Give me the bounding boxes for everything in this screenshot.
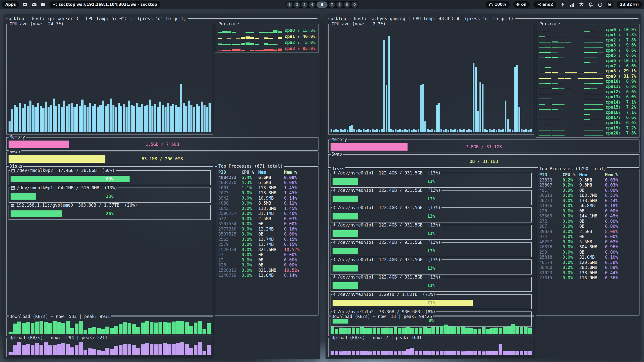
- core-name: cpu8: [606, 68, 618, 73]
- graph-bar: [381, 129, 383, 132]
- process-mem: 31.1MB: [258, 211, 284, 216]
- process-mem: 0B: [258, 257, 284, 263]
- bluetooth-indicator[interactable]: on: [513, 1, 530, 8]
- graph-bar: [9, 121, 11, 132]
- process-mem-percent: 0.15%: [284, 242, 316, 247]
- graph-bar: [368, 328, 372, 334]
- process-mem: 11.0MB: [258, 273, 284, 278]
- monitor-app-button[interactable]: [607, 1, 613, 8]
- graph-bar: [339, 328, 343, 334]
- workspace-0[interactable]: 0: [351, 2, 358, 8]
- core-usage-value: 8.9%: [621, 79, 636, 84]
- upload-title: Upload (KB/s) — now: 7 | peak: 1601: [331, 335, 423, 340]
- apps-button[interactable]: Apps: [2, 1, 19, 8]
- window-button[interactable]: [22, 2, 28, 8]
- graph-bar: [48, 323, 52, 334]
- workspace-7[interactable]: 7: [329, 2, 335, 8]
- process-mem: 821.6MB: [258, 247, 284, 252]
- stats-button[interactable]: [569, 2, 575, 8]
- network-indicator[interactable]: eno2: [533, 1, 556, 8]
- graph-bar: [356, 351, 359, 355]
- graph-bar: [170, 106, 172, 132]
- core-trend-arrow-icon: ↓: [618, 79, 621, 84]
- layers-icon: [579, 3, 584, 7]
- graph-bar: [335, 329, 339, 334]
- graph-bar: [203, 329, 207, 334]
- terminal-title-pill[interactable]: ~: socktop ws://192.168.1.104:3031/ws - …: [49, 1, 160, 8]
- process-pid: 40257: [539, 239, 562, 245]
- process-mem: 113.3MB: [258, 185, 284, 191]
- process-mem-percent: 0.00%: [605, 188, 637, 193]
- graph-bar: [427, 129, 429, 132]
- disk-entry: /dev/nvme0n1p1 122.4GB / 931.5GB (13%)13…: [331, 225, 532, 240]
- workspace-9[interactable]: 9: [344, 2, 350, 8]
- disk-usage-bar: 13%: [333, 230, 530, 237]
- disk-usage-percent: 13%: [333, 230, 530, 237]
- layers-button[interactable]: [578, 2, 584, 8]
- process-mem: 821.6MB: [258, 268, 284, 273]
- graph-bar: [431, 327, 435, 334]
- graph-bar: [493, 129, 495, 132]
- graph-bar: [413, 129, 415, 132]
- graph-bar: [45, 102, 47, 132]
- graph-bar: [436, 351, 439, 355]
- process-pid: 1520334: [218, 247, 242, 252]
- graph-bar: [22, 323, 26, 334]
- workspace-3[interactable]: 3: [301, 2, 308, 8]
- graph-bar: [35, 322, 39, 334]
- graph-bar: [419, 351, 423, 355]
- graph-bar: [410, 348, 414, 355]
- workspace-1[interactable]: 1: [286, 2, 293, 8]
- power-button[interactable]: [597, 2, 603, 8]
- files-button[interactable]: [40, 2, 46, 8]
- graph-bar: [92, 106, 94, 132]
- graph-bar: [374, 130, 376, 132]
- core-usage-value: 7.2%: [621, 125, 636, 130]
- core-usage-value: 15.8%: [300, 28, 315, 33]
- graph-bar: [79, 342, 83, 355]
- workspace-6[interactable]: 6: [316, 2, 328, 8]
- graph-bar: [440, 326, 444, 334]
- process-row: 258180.0%32.0MB0.10%: [539, 255, 637, 260]
- apps-label: Apps: [5, 2, 16, 7]
- process-row: 319760.0%56.8MB0.18%: [539, 203, 637, 208]
- graph-bar: [360, 351, 364, 355]
- graph-bar: [503, 327, 507, 334]
- terminal-window-right[interactable]: socktop — host: cachyos-gaming | CPU Tem…: [326, 14, 641, 359]
- graph-bar: [172, 322, 176, 334]
- process-mem-percent: 0.15%: [284, 237, 316, 242]
- mail-button[interactable]: [31, 2, 37, 8]
- process-row: 238330.2%9.8MB0.03%: [539, 177, 637, 183]
- graph-bar: [61, 107, 63, 132]
- process-pid: 326: [218, 262, 242, 268]
- volume-indicator[interactable]: 100%: [486, 1, 509, 8]
- core-label: cpu3↑85.0%: [285, 46, 315, 51]
- core-label: cpu7↓6.6%: [606, 63, 636, 68]
- core-trend-arrow-icon: ↓: [297, 40, 300, 45]
- process-mem-percent: 0.08%: [284, 180, 316, 185]
- clock[interactable]: 23:32 Fri: [617, 1, 642, 8]
- core-sparkline: [539, 100, 603, 104]
- graph-bar: [502, 129, 504, 132]
- notifications-button[interactable]: [588, 2, 594, 8]
- graph-bar: [176, 343, 180, 355]
- graph-bar: [507, 351, 511, 355]
- process-cpu-percent: 0.0%: [562, 275, 579, 281]
- core-trend-arrow-icon: ↓: [618, 120, 621, 125]
- process-cpu-percent: 0.0%: [562, 203, 579, 208]
- core-label: cpu1↑40.0%: [285, 34, 315, 39]
- graph-bar: [381, 328, 385, 334]
- disk-usage-percent: 13%: [11, 193, 209, 200]
- power-profile-button[interactable]: [560, 2, 566, 8]
- workspace-2[interactable]: 2: [294, 2, 300, 8]
- workspace-8[interactable]: 8: [336, 2, 343, 8]
- graph-bar: [123, 344, 127, 355]
- graph-bar: [457, 130, 458, 132]
- process-row: 2720.0%0B0.00%: [539, 219, 637, 224]
- graph-bar: [175, 105, 177, 132]
- graph-bar: [399, 129, 401, 132]
- workspace-4[interactable]: 4: [309, 2, 315, 8]
- graph-bar: [61, 323, 65, 334]
- core-label: cpu3↓9.6%: [606, 42, 636, 48]
- terminal-window-left[interactable]: socktop — host: rpi-worker-3 | CPU Temp:…: [4, 14, 320, 359]
